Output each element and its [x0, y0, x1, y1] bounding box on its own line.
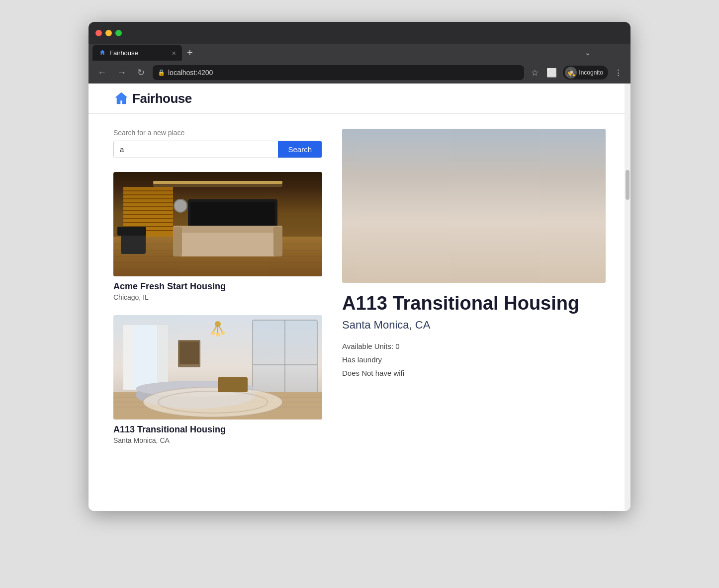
listing-image-acme — [113, 172, 322, 276]
svg-rect-2 — [153, 181, 282, 187]
svg-point-74 — [571, 132, 576, 137]
tab-favicon-icon — [98, 49, 106, 57]
detail-wifi: Does Not have wifi — [342, 366, 606, 380]
acme-room-svg — [113, 172, 322, 276]
back-button[interactable]: ← — [94, 66, 109, 80]
svg-point-73 — [558, 132, 563, 137]
minimize-button[interactable] — [105, 30, 112, 36]
svg-point-94 — [394, 248, 543, 276]
svg-point-68 — [466, 149, 470, 153]
svg-rect-61 — [439, 161, 466, 195]
app-content: Fairhouse Search for a new place Search — [89, 84, 630, 511]
listing-name-acme: Acme Fresh Start Housing — [113, 281, 322, 292]
svg-rect-91 — [546, 237, 581, 259]
svg-rect-55 — [350, 129, 598, 283]
svg-rect-54 — [218, 377, 248, 392]
listing-image-a113 — [113, 315, 322, 420]
svg-rect-75 — [529, 139, 598, 263]
svg-rect-29 — [117, 227, 146, 236]
tab-list-chevron-icon[interactable]: ⌄ — [585, 49, 591, 57]
maximize-button[interactable] — [115, 30, 122, 36]
svg-point-45 — [216, 333, 220, 336]
svg-point-64 — [462, 141, 484, 149]
browser-window: Fairhouse × + ⌄ ← → ↻ 🔒 localhost:4200 ☆… — [89, 22, 630, 511]
svg-point-89 — [372, 230, 531, 252]
detail-image — [342, 129, 606, 283]
svg-rect-57 — [355, 139, 414, 238]
svg-rect-32 — [123, 325, 133, 390]
browser-tab-active[interactable]: Fairhouse × — [92, 45, 182, 61]
browser-tab-bar: Fairhouse × + ⌄ — [89, 44, 630, 62]
reload-button[interactable]: ↻ — [134, 65, 148, 80]
toolbar-right: ☆ ⬜ 🕵 Incognito ⋮ — [529, 66, 625, 80]
svg-point-44 — [221, 331, 225, 335]
search-input[interactable] — [114, 141, 278, 158]
tab-close-icon[interactable]: × — [172, 49, 176, 57]
svg-point-96 — [463, 256, 475, 268]
menu-button[interactable]: ⋮ — [612, 66, 625, 80]
tab-title: Fairhouse — [109, 49, 138, 57]
detail-title: A113 Transitional Housing — [342, 293, 606, 315]
traffic-lights — [95, 30, 122, 36]
svg-point-27 — [175, 200, 186, 212]
detail-laundry: Has laundry — [342, 353, 606, 366]
listing-location-acme: Chicago, IL — [113, 293, 322, 301]
detail-available-units: Available Units: 0 — [342, 339, 606, 353]
scrollbar-track[interactable] — [625, 84, 630, 511]
detail-room-svg — [342, 129, 606, 283]
svg-rect-83 — [350, 243, 598, 283]
svg-rect-24 — [173, 227, 182, 256]
detail-info: Available Units: 0 Has laundry Does Not … — [342, 339, 606, 380]
svg-rect-56 — [350, 129, 598, 154]
svg-point-67 — [479, 145, 484, 150]
forward-button[interactable]: → — [114, 66, 129, 80]
svg-point-88 — [372, 230, 531, 268]
svg-point-71 — [534, 132, 539, 137]
svg-point-72 — [546, 132, 551, 137]
svg-rect-58 — [355, 139, 369, 238]
svg-point-65 — [461, 145, 466, 150]
svg-rect-25 — [273, 227, 282, 256]
address-bar[interactable]: 🔒 localhost:4200 — [153, 65, 524, 80]
svg-point-69 — [476, 149, 480, 153]
svg-rect-97 — [478, 226, 518, 245]
incognito-badge: 🕵 Incognito — [563, 66, 608, 80]
listing-name-a113: A113 Transitional Housing — [113, 424, 322, 435]
svg-rect-92 — [543, 233, 582, 241]
listing-card-acme[interactable]: Acme Fresh Start Housing Chicago, IL — [113, 172, 322, 301]
lock-icon: 🔒 — [158, 69, 165, 76]
svg-point-43 — [211, 331, 215, 335]
svg-rect-33 — [157, 325, 168, 390]
close-button[interactable] — [95, 30, 102, 36]
svg-rect-22 — [173, 229, 282, 256]
search-button[interactable]: Search — [278, 141, 322, 158]
svg-point-63 — [470, 131, 475, 136]
svg-rect-23 — [173, 226, 282, 233]
svg-rect-78 — [529, 168, 563, 228]
scrollbar-thumb[interactable] — [626, 170, 629, 200]
detail-location: Santa Monica, CA — [342, 319, 606, 332]
search-row: Search — [113, 141, 322, 158]
listing-card-a113[interactable]: A113 Transitional Housing Santa Monica, … — [113, 315, 322, 444]
incognito-avatar-icon: 🕵 — [565, 67, 577, 79]
url-text: localhost:4200 — [168, 69, 213, 77]
tab-view-button[interactable]: ⬜ — [544, 66, 559, 80]
a113-room-small-svg — [113, 315, 322, 420]
logo-icon — [113, 90, 129, 106]
svg-rect-60 — [437, 159, 469, 198]
new-tab-button[interactable]: + — [184, 47, 196, 59]
svg-point-95 — [419, 253, 519, 271]
browser-titlebar — [89, 22, 630, 44]
svg-rect-59 — [397, 139, 414, 238]
svg-rect-70 — [529, 133, 588, 136]
left-panel: Search for a new place Search — [113, 129, 322, 458]
search-label: Search for a new place — [113, 129, 322, 137]
svg-point-66 — [470, 146, 475, 151]
bookmark-star-button[interactable]: ☆ — [529, 66, 540, 80]
svg-point-90 — [374, 230, 529, 244]
svg-rect-38 — [180, 341, 199, 364]
svg-point-93 — [377, 244, 561, 280]
app-main: Search for a new place Search — [89, 114, 630, 473]
right-panel: A113 Transitional Housing Santa Monica, … — [342, 129, 606, 458]
incognito-label: Incognito — [579, 69, 603, 76]
